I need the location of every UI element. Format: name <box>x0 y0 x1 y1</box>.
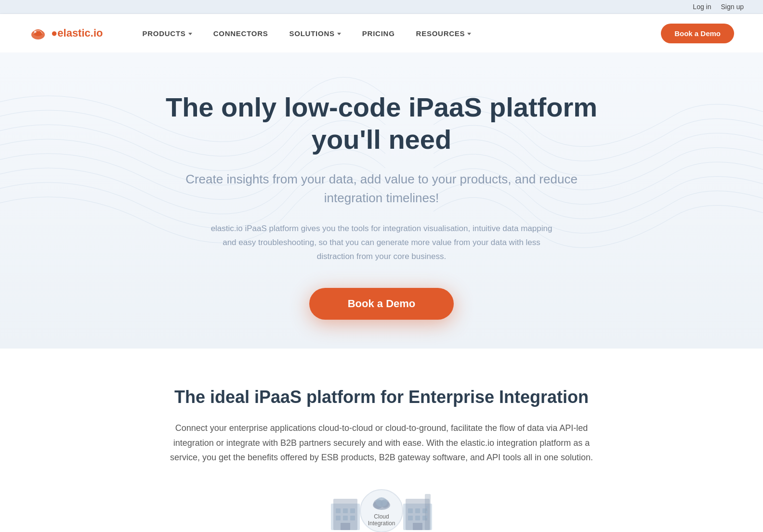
cloud-center: Cloud Integration <box>360 489 403 532</box>
top-bar: Log in Sign up <box>0 0 763 14</box>
cloud-icon <box>369 494 394 511</box>
main-nav: ●elastic.io PRODUCTS CONNECTORS SOLUTION… <box>0 14 763 52</box>
svg-rect-26 <box>426 506 428 508</box>
svg-rect-22 <box>415 516 420 520</box>
svg-rect-21 <box>408 516 413 520</box>
svg-rect-24 <box>413 523 422 530</box>
enterprise-title: The ideal iPaaS platform for Enterprise … <box>29 387 734 407</box>
svg-point-15 <box>376 497 387 507</box>
svg-point-2 <box>34 31 37 33</box>
chevron-down-icon <box>188 33 192 35</box>
left-building-icon <box>326 489 365 532</box>
logo-icon <box>29 24 47 42</box>
svg-rect-7 <box>350 508 355 513</box>
signup-link[interactable]: Sign up <box>721 3 744 11</box>
chevron-down-icon <box>337 33 341 35</box>
svg-rect-28 <box>426 516 428 518</box>
hero-cta-button[interactable]: Book a Demo <box>309 288 454 320</box>
nav-item-solutions[interactable]: SOLUTIONS <box>279 14 352 52</box>
nav-item-pricing[interactable]: PRICING <box>352 14 406 52</box>
enterprise-section: The ideal iPaaS platform for Enterprise … <box>0 349 763 532</box>
login-link[interactable]: Log in <box>693 3 711 11</box>
svg-rect-18 <box>408 508 413 513</box>
hero-description: elastic.io iPaaS platform gives you the … <box>208 222 555 264</box>
cloud-circle: Cloud Integration <box>360 489 403 532</box>
svg-rect-19 <box>415 508 420 513</box>
svg-rect-9 <box>343 516 348 520</box>
hero-section: .wave-line { fill: none; stroke: #c8d8e8… <box>0 52 763 349</box>
svg-rect-5 <box>336 508 341 513</box>
cloud-illustration: Cloud Integration <box>29 489 734 532</box>
hero-content: The only low-code iPaaS platform you'll … <box>165 91 598 320</box>
logo-text: ●elastic.io <box>51 27 103 39</box>
enterprise-description: Connect your enterprise applications clo… <box>170 421 593 465</box>
nav-links: PRODUCTS CONNECTORS SOLUTIONS PRICING RE… <box>132 14 661 52</box>
nav-item-connectors[interactable]: CONNECTORS <box>203 14 279 52</box>
nav-item-products[interactable]: PRODUCTS <box>132 14 202 52</box>
right-building-icon <box>398 489 437 532</box>
cloud-label: Cloud Integration <box>361 513 402 527</box>
svg-rect-6 <box>343 508 348 513</box>
hero-title: The only low-code iPaaS platform you'll … <box>165 91 598 156</box>
svg-rect-11 <box>341 523 350 530</box>
hero-subtitle: Create insights from your data, add valu… <box>165 170 598 208</box>
nav-book-demo-button[interactable]: Book a Demo <box>661 24 734 43</box>
chevron-down-icon <box>467 33 471 35</box>
nav-item-resources[interactable]: RESOURCES <box>406 14 482 52</box>
svg-rect-10 <box>350 516 355 520</box>
logo[interactable]: ●elastic.io <box>29 24 103 42</box>
svg-rect-27 <box>426 511 428 513</box>
svg-rect-8 <box>336 516 341 520</box>
